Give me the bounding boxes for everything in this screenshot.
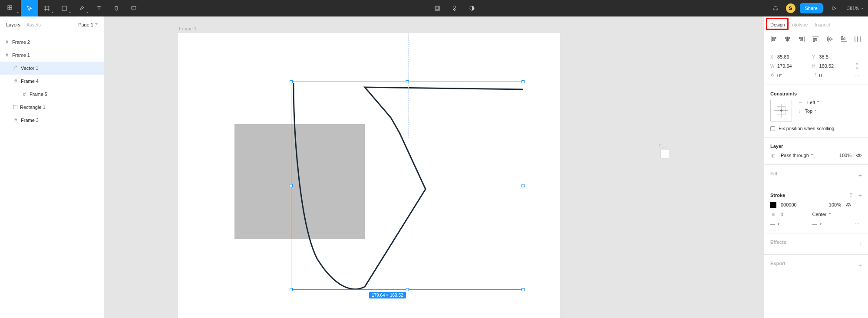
tab-inspect[interactable]: Inspect <box>815 22 830 27</box>
present-button[interactable] <box>825 0 843 16</box>
fix-position-label: Fix position when scrolling <box>779 126 834 131</box>
svg-rect-0 <box>8 6 10 7</box>
share-button[interactable]: Share <box>800 3 823 13</box>
export-section: Export + <box>764 257 868 273</box>
align-right-icon[interactable] <box>798 36 806 43</box>
zoom-dropdown[interactable]: 381% <box>843 6 868 11</box>
comment-tool[interactable] <box>125 0 142 16</box>
corner-radius-field[interactable]: 0 <box>812 73 847 78</box>
layer-row-vector1[interactable]: Vector 1 <box>0 62 104 75</box>
x-field[interactable]: X85.86 <box>770 54 805 59</box>
shape-tool[interactable] <box>56 0 73 16</box>
align-left-icon[interactable] <box>770 36 778 43</box>
layer-row-frame5[interactable]: # Frame 5 <box>0 88 104 101</box>
mask-icon[interactable] <box>463 0 481 16</box>
layer-row-frame1[interactable]: # Frame 1 <box>0 49 104 62</box>
headphones-icon[interactable] <box>767 0 784 16</box>
text-tool[interactable] <box>90 0 108 16</box>
constraints-title: Constraints <box>770 91 862 96</box>
edit-object-icon[interactable] <box>429 0 446 16</box>
stroke-color-swatch[interactable] <box>770 202 776 208</box>
w-field[interactable]: W179.64 <box>770 63 805 69</box>
h-field[interactable]: H160.52 <box>812 63 847 69</box>
add-effect-button[interactable]: + <box>858 241 862 247</box>
layer-opacity-field[interactable]: 100% <box>839 153 851 158</box>
resize-handle-r[interactable] <box>521 184 525 187</box>
add-export-button[interactable]: + <box>858 262 862 268</box>
constraint-v-select[interactable]: Top <box>805 108 817 114</box>
align-top-icon[interactable] <box>812 36 820 43</box>
stroke-end-cap[interactable]: — ▾ <box>812 221 847 226</box>
stroke-visibility-toggle[interactable] <box>845 202 851 208</box>
align-bottom-icon[interactable] <box>840 36 848 43</box>
page-selector[interactable]: Page 1 <box>78 22 98 27</box>
constrain-proportions-icon[interactable] <box>854 63 860 69</box>
main-menu-button[interactable] <box>0 0 21 16</box>
stroke-opacity-field[interactable]: 100% <box>829 202 841 207</box>
pen-tool[interactable] <box>73 0 90 16</box>
topbar: S Share 381% <box>0 0 868 16</box>
add-fill-button[interactable]: + <box>858 172 862 178</box>
layer-label: Frame 1 <box>12 52 30 58</box>
resize-handle-bl[interactable] <box>290 288 293 291</box>
layer-label: Frame 5 <box>30 92 47 97</box>
layer-title: Layer <box>770 144 862 149</box>
layer-label: Vector 1 <box>21 66 38 71</box>
frame-2[interactable] <box>661 150 669 158</box>
layer-row-frame2[interactable]: # Frame 2 <box>0 36 104 49</box>
constraints-diagram[interactable]: + <box>770 100 792 121</box>
resize-handle-b[interactable] <box>406 288 409 291</box>
stroke-weight-icon: ≡ <box>770 211 776 217</box>
layer-row-frame4[interactable]: # Frame 4 <box>0 75 104 88</box>
frame-tool[interactable] <box>38 0 56 16</box>
frame-title[interactable]: Frame 1 <box>179 26 197 31</box>
distribute-icon[interactable] <box>854 36 862 43</box>
stroke-weight-field[interactable]: 1 <box>781 212 783 217</box>
topbar-right: S Share 381% <box>767 0 868 16</box>
layer-row-rectangle1[interactable]: Rectangle 1 <box>0 101 104 114</box>
add-stroke-button[interactable]: + <box>858 192 862 198</box>
user-avatar[interactable]: S <box>786 3 795 13</box>
stroke-start-cap[interactable]: — ▾ <box>770 221 805 226</box>
tab-assets[interactable]: Assets <box>26 22 41 27</box>
constraints-section: Constraints + ↔Left ↕Top Fix position wh… <box>764 88 868 134</box>
frame-icon: # <box>22 92 27 97</box>
resize-handle-l[interactable] <box>290 184 293 187</box>
svg-rect-4 <box>62 6 66 10</box>
more-options-icon[interactable]: ⋯ <box>854 72 860 79</box>
layer-label: Frame 4 <box>21 79 39 84</box>
visibility-toggle[interactable] <box>856 152 862 158</box>
frame-2-title[interactable]: F… <box>659 144 666 148</box>
stroke-advanced-icon[interactable]: ⋯ <box>854 221 860 227</box>
layer-list: # Frame 2 # Frame 1 Vector 1 # Frame 4 #… <box>0 36 104 127</box>
layer-row-frame3[interactable]: # Frame 3 <box>0 114 104 127</box>
tab-design[interactable]: Design <box>770 22 785 27</box>
stroke-hex-field[interactable]: 000000 <box>781 202 797 207</box>
svg-rect-6 <box>436 7 439 10</box>
rotation-field[interactable]: 0° <box>770 73 805 78</box>
align-vcenter-icon[interactable] <box>826 36 834 43</box>
fix-position-checkbox[interactable] <box>770 126 775 131</box>
blend-mode-select[interactable]: Pass through <box>781 153 813 158</box>
stroke-style-icon[interactable]: ⠿ <box>848 192 854 198</box>
tab-layers[interactable]: Layers <box>6 22 20 27</box>
component-icon[interactable] <box>446 0 463 16</box>
stroke-align-select[interactable]: Center <box>812 212 847 217</box>
resize-handle-t[interactable] <box>406 80 409 83</box>
selection-box[interactable] <box>291 82 523 290</box>
resize-handle-tl[interactable] <box>290 80 293 83</box>
move-tool[interactable] <box>21 0 38 16</box>
layer-label: Rectangle 1 <box>20 105 46 110</box>
remove-stroke-button[interactable]: − <box>856 202 862 208</box>
y-field[interactable]: Y38.5 <box>812 54 847 59</box>
resize-handle-tr[interactable] <box>521 80 525 83</box>
layers-panel: Layers Assets Page 1 # Frame 2 # Frame 1… <box>0 16 104 318</box>
resize-handle-br[interactable] <box>521 288 525 291</box>
constraint-h-select[interactable]: Left <box>807 100 819 105</box>
hand-tool[interactable] <box>108 0 125 16</box>
align-hcenter-icon[interactable] <box>784 36 792 43</box>
tab-prototype[interactable]: ototype <box>792 22 808 27</box>
canvas[interactable]: Frame 1 F… 179.64 × 160.52 <box>104 16 764 318</box>
blend-icon[interactable]: ◐ <box>770 152 776 158</box>
svg-rect-1 <box>8 8 10 10</box>
